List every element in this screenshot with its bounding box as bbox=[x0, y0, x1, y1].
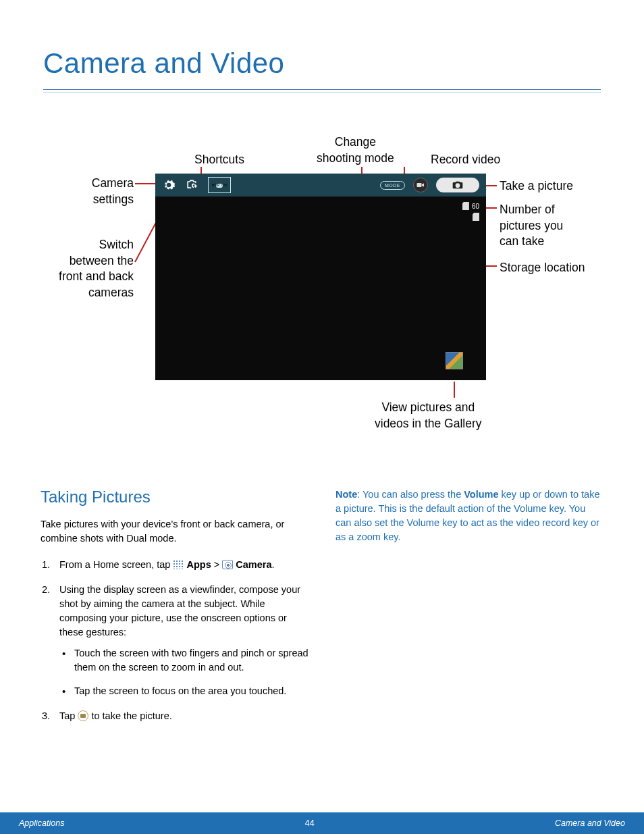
step3-post: to take the picture. bbox=[91, 710, 171, 721]
step1-post: . bbox=[271, 559, 274, 570]
label-camera-settings: Camera settings bbox=[39, 176, 134, 207]
title-rule-2 bbox=[43, 92, 601, 93]
record-video-button[interactable] bbox=[413, 178, 428, 192]
footer-left: Applications bbox=[19, 818, 64, 828]
shutter-icon bbox=[78, 710, 88, 721]
hdr-icon[interactable]: HDR ON bbox=[208, 177, 231, 193]
label-num-pictures: Number of pictures you can take bbox=[500, 202, 563, 250]
left-column: Taking Pictures Take pictures with your … bbox=[41, 488, 308, 734]
page-title: Camera and Video bbox=[0, 0, 644, 89]
title-rule-1 bbox=[43, 89, 601, 90]
section-heading: Taking Pictures bbox=[41, 488, 308, 506]
note-volume: Volume bbox=[464, 489, 498, 500]
step-3: Tap to take the picture. bbox=[41, 709, 308, 723]
note-prefix: Note bbox=[336, 489, 357, 500]
camera-diagram: Shortcuts Change shooting mode Record vi… bbox=[0, 126, 644, 450]
switch-camera-icon[interactable] bbox=[185, 178, 198, 192]
footer-right: Camera and Video bbox=[555, 818, 625, 828]
note-text: Note: You can also press the Volume key … bbox=[336, 488, 603, 544]
shutter-button[interactable] bbox=[436, 178, 479, 192]
step3-pre: Tap bbox=[59, 710, 78, 721]
bullet-1: Touch the screen with two fingers and pi… bbox=[59, 646, 308, 675]
apps-icon bbox=[173, 560, 184, 569]
step1-gt: > bbox=[214, 559, 223, 570]
label-switch-cameras: Switch between the front and back camera… bbox=[39, 237, 134, 301]
storage-sd-icon bbox=[473, 213, 479, 221]
note-t1: : You can also press the bbox=[357, 489, 464, 500]
label-take-picture: Take a picture bbox=[500, 178, 573, 194]
step1-apps: Apps bbox=[186, 559, 211, 570]
gallery-thumbnail[interactable] bbox=[446, 352, 463, 369]
picture-count: 60 bbox=[462, 202, 479, 210]
step2-text: Using the display screen as a viewfinder… bbox=[59, 584, 300, 637]
label-shortcuts: Shortcuts bbox=[194, 152, 244, 168]
gear-icon[interactable] bbox=[162, 178, 176, 192]
camera-topbar: HDR ON MODE bbox=[155, 174, 486, 197]
line bbox=[454, 382, 455, 398]
sd-card-icon bbox=[462, 202, 469, 210]
picture-count-value: 60 bbox=[472, 203, 479, 210]
content-columns: Taking Pictures Take pictures with your … bbox=[41, 488, 603, 734]
camera-viewfinder: HDR ON MODE 60 bbox=[155, 174, 486, 380]
camera-icon bbox=[222, 560, 233, 569]
right-column: Note: You can also press the Volume key … bbox=[336, 488, 603, 734]
footer-page-number: 44 bbox=[305, 818, 315, 828]
gesture-bullets: Touch the screen with two fingers and pi… bbox=[59, 646, 308, 698]
mode-button[interactable]: MODE bbox=[380, 181, 405, 190]
page-footer: Applications 44 Camera and Video bbox=[0, 812, 644, 834]
step-1: From a Home screen, tap Apps > Camera. bbox=[41, 558, 308, 572]
label-storage-location: Storage location bbox=[500, 260, 585, 276]
line bbox=[486, 265, 497, 267]
label-view-gallery: View pictures and videos in the Gallery bbox=[375, 400, 482, 432]
step-2: Using the display screen as a viewfinder… bbox=[41, 583, 308, 698]
label-change-mode: Change shooting mode bbox=[317, 134, 394, 166]
svg-rect-0 bbox=[417, 183, 422, 187]
step1-camera: Camera bbox=[236, 559, 271, 570]
step1-pre: From a Home screen, tap bbox=[59, 559, 173, 570]
intro-text: Take pictures with your device's front o… bbox=[41, 517, 308, 546]
steps-list: From a Home screen, tap Apps > Camera. U… bbox=[41, 558, 308, 723]
label-record-video: Record video bbox=[431, 152, 500, 168]
bullet-2: Tap the screen to focus on the area you … bbox=[59, 684, 308, 698]
